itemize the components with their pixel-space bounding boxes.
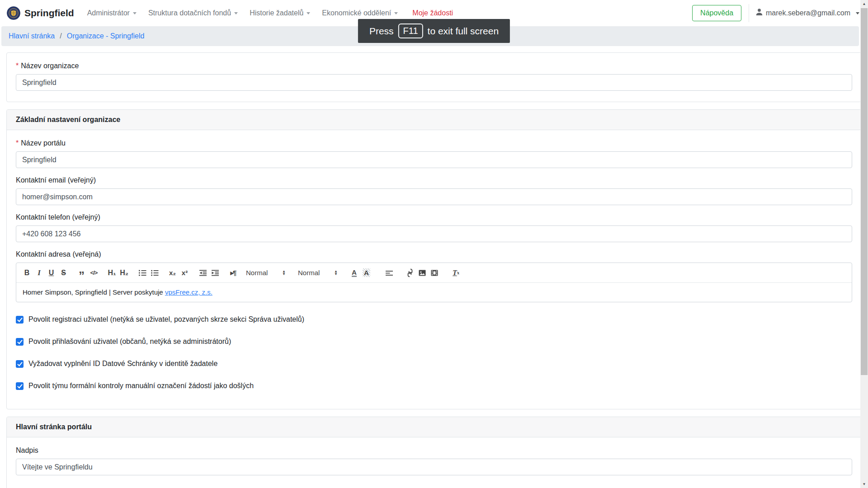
scrollbar-thumb[interactable] [861,8,868,375]
up-down-arrows-icon [282,270,286,276]
breadcrumb-home-link[interactable]: Hlavní stránka [9,32,55,40]
springfield-seal-logo-icon [7,6,20,20]
nav-item-moje-zadosti[interactable]: Moje žádosti [406,5,459,21]
ordered-list-button[interactable] [136,267,148,278]
italic-button[interactable]: I [33,267,45,278]
strikethrough-button[interactable]: S [57,267,70,278]
superscript-button[interactable]: x² [179,267,191,278]
code-block-button[interactable]: </> [88,267,100,278]
image-button[interactable] [416,267,428,278]
vertical-scrollbar[interactable]: ▲ ▼ [860,0,868,488]
portal-name-label: *Název portálu [16,139,852,147]
portal-name-input[interactable] [16,151,852,168]
contact-phone-label: Kontaktní telefon (veřejný) [16,213,852,221]
heading1-button[interactable]: H₁ [106,267,118,278]
editor-content[interactable]: Homer Simpson, Springfield | Server posk… [16,283,852,302]
background-color-button[interactable]: A [360,267,373,278]
nav-item-administrator[interactable]: Administrátor [81,5,142,21]
vpsfree-link[interactable]: vpsFree.cz, z.s. [165,288,212,296]
user-icon [755,8,763,18]
org-name-input[interactable] [16,74,852,91]
text-color-button[interactable]: A [348,267,360,278]
chevron-down-icon [133,12,137,14]
user-email: marek.sebera@gmail.com [766,9,850,17]
checkbox-row-allow-login[interactable]: Povolit přihlašování uživatel (občanů, n… [16,338,852,346]
nav-item-ekonomicke-oddeleni[interactable]: Ekonomické oddělení [316,5,404,21]
brand[interactable]: Springfield [7,6,74,20]
heading2-button[interactable]: H₂ [118,267,130,278]
size-select[interactable]: Normal [245,267,287,278]
chevron-down-icon [307,12,310,14]
checkbox-row-require-databox-id[interactable]: Vyžadovat vyplnění ID Datové Schránky v … [16,360,852,368]
up-down-arrows-icon [334,270,338,276]
main-nav: Administrátor Struktura dotačních fondů … [81,5,459,21]
checkbox-row-manual-receive-mark[interactable]: Povolit týmu formální kontroly manuální … [16,382,852,390]
checkbox-row-allow-registration[interactable]: Povolit registraci uživatel (netýká se u… [16,315,852,324]
portal-homepage-header: Hlavní stránka portálu [7,417,861,437]
checkbox-checked[interactable] [16,338,24,346]
blockquote-button[interactable]: ” [75,267,88,278]
align-button[interactable] [383,267,395,278]
breadcrumb-current-link[interactable]: Organizace - Springfield [67,32,145,40]
portal-homepage-card: Hlavní stránka portálu Nadpis [6,417,862,488]
contact-address-label: Kontaktní adresa (veřejná) [16,250,852,258]
user-menu[interactable]: marek.sebera@gmail.com [755,8,861,18]
indent-button[interactable] [209,267,221,278]
org-name-label: *Název organizace [16,62,852,70]
scroll-up-arrow-icon[interactable]: ▲ [860,0,868,8]
font-select[interactable]: Normal [297,267,339,278]
basic-settings-header: Základní nastavení organizace [7,110,861,130]
required-asterisk: * [16,139,19,147]
checkbox-checked[interactable] [16,360,24,368]
navbar-right: Nápověda marek.sebera@gmail.com [692,4,861,22]
headline-input[interactable] [16,459,852,475]
contact-email-label: Kontaktní email (veřejný) [16,176,852,184]
chevron-down-icon [234,12,238,14]
navbar-divider [749,4,749,22]
editor-toolbar: B I U S ” </> H₁ H₂ [16,263,852,283]
headline-label: Nadpis [16,446,852,455]
subscript-button[interactable]: x₂ [166,267,179,278]
required-asterisk: * [16,62,19,70]
chevron-down-icon [856,12,859,14]
scroll-down-arrow-icon[interactable]: ▼ [860,480,868,488]
f11-keycap: F11 [398,23,423,38]
organization-name-card: *Název organizace [6,52,862,102]
link-button[interactable] [404,267,416,278]
video-button[interactable] [428,267,440,278]
help-button[interactable]: Nápověda [692,5,741,21]
checkbox-checked[interactable] [16,382,24,390]
rich-text-editor: B I U S ” </> H₁ H₂ [16,263,852,302]
brand-name: Springfield [24,8,74,19]
basic-settings-card: Základní nastavení organizace *Název por… [6,109,862,409]
text-direction-button[interactable]: ▸¶ [227,267,239,278]
nav-item-struktura-dotacnich-fondu[interactable]: Struktura dotačních fondů [142,5,244,21]
chevron-down-icon [394,12,398,14]
breadcrumb-separator: / [55,32,66,40]
clear-formatting-button[interactable]: Tx [450,267,462,278]
checkbox-checked[interactable] [16,316,24,324]
outdent-button[interactable] [197,267,209,278]
bold-button[interactable]: B [21,267,33,278]
contact-email-input[interactable] [16,188,852,205]
bullet-list-button[interactable] [148,267,160,278]
nav-item-historie-zadatelu[interactable]: Historie žadatelů [244,5,316,21]
fullscreen-exit-toast: Press F11 to exit full screen [358,19,510,43]
contact-phone-input[interactable] [16,225,852,242]
underline-button[interactable]: U [45,267,57,278]
